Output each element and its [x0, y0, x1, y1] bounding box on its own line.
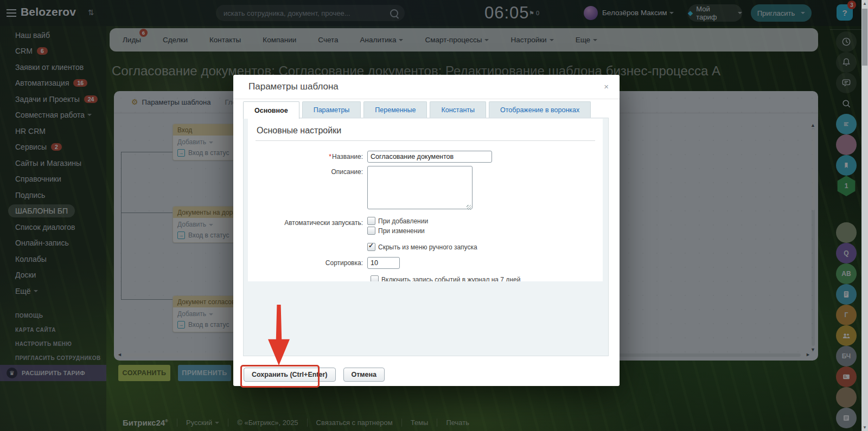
description-textarea[interactable]: [367, 166, 473, 209]
modal-tabs: Основное Параметры Переменные Константы …: [243, 101, 591, 119]
modal-save-button[interactable]: Сохранить (Ctrl+Enter): [244, 368, 336, 382]
modal-title: Параметры шаблона: [233, 81, 339, 92]
modal-cancel-button[interactable]: Отмена: [343, 368, 385, 382]
checkbox-run-on-add[interactable]: При добавлении: [367, 217, 428, 225]
name-field-label: *Название:: [256, 151, 367, 163]
resize-handle[interactable]: [467, 205, 471, 210]
tab-variables[interactable]: Переменные: [363, 101, 427, 118]
checkbox[interactable]: [367, 227, 375, 235]
page-scrollbar[interactable]: ▲ ▼: [861, 0, 868, 431]
section-title: Основные настройки: [256, 119, 595, 141]
close-icon[interactable]: ×: [604, 82, 609, 91]
modal-buttons: Сохранить (Ctrl+Enter) Отмена: [244, 368, 385, 382]
tab-parameters[interactable]: Параметры: [302, 101, 361, 118]
bitrix24-app: Belozerov ⇅ 06:05 ⚑ 0 Белозёров Максим ◆…: [0, 0, 868, 431]
description-field-label: Описание:: [256, 166, 367, 211]
sort-field-label: Сортировка:: [256, 257, 367, 269]
scroll-up-arrow[interactable]: ▲: [862, 1, 867, 6]
modal-header: Параметры шаблона ×: [233, 75, 620, 99]
checkbox[interactable]: [367, 217, 375, 225]
template-name-input[interactable]: [367, 151, 492, 163]
scrollbar-thumb[interactable]: [862, 9, 867, 66]
scroll-down-arrow[interactable]: ▼: [862, 425, 867, 430]
checkbox-hide-from-manual-menu[interactable]: Скрыть из меню ручного запуска: [367, 243, 477, 251]
tab-content-panel: Основные настройки *Название: Описание: …: [243, 118, 609, 356]
checkbox[interactable]: [371, 275, 379, 281]
template-params-modal: Параметры шаблона × Основное Параметры П…: [233, 75, 620, 386]
required-mark: *: [329, 153, 331, 160]
autorun-field-label: Автоматически запускать:: [256, 217, 367, 236]
sort-input[interactable]: [367, 257, 400, 269]
checkbox-checked[interactable]: [367, 243, 375, 251]
checkbox-run-on-change[interactable]: При изменении: [367, 227, 428, 235]
general-settings-form: Основные настройки *Название: Описание: …: [248, 119, 603, 281]
tab-funnel-display[interactable]: Отображение в воронках: [489, 101, 591, 118]
tab-constants[interactable]: Константы: [430, 101, 486, 118]
checkbox-journal-log[interactable]: Включить запись событий в журнал на 7 дн…: [371, 275, 520, 281]
tab-general[interactable]: Основное: [243, 101, 299, 119]
